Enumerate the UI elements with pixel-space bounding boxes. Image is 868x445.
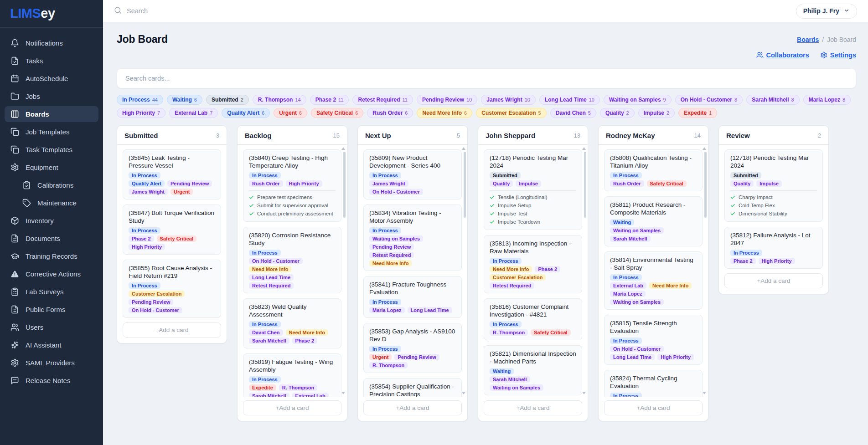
kanban-card[interactable]: (35834) Vibration Testing - Motor Assemb… bbox=[363, 205, 462, 271]
card-status-tag: In Process bbox=[490, 258, 522, 264]
sidebar-item-boards[interactable]: Boards bbox=[5, 106, 98, 122]
kanban-card[interactable]: (35815) Tensile Strength EvaluationIn Pr… bbox=[604, 315, 703, 365]
sidebar-item-release-notes[interactable]: Release Notes bbox=[5, 373, 98, 389]
kanban-card[interactable]: (35854) Supplier Qualification - Precisi… bbox=[363, 378, 462, 397]
filter-chip-high-priority[interactable]: High Priority7 bbox=[117, 108, 165, 118]
add-card-button[interactable]: +Add a card bbox=[243, 400, 341, 415]
scrollbar-thumb[interactable] bbox=[704, 152, 707, 218]
scroll-down-arrow-icon[interactable] bbox=[703, 392, 706, 394]
sidebar-item-jobs[interactable]: Jobs bbox=[5, 88, 98, 104]
scroll-down-arrow-icon[interactable] bbox=[582, 392, 586, 394]
kanban-card[interactable]: (35823) Weld Quality AssessmentIn Proces… bbox=[243, 298, 341, 348]
scroll-up-arrow-icon[interactable] bbox=[341, 147, 345, 150]
scroll-up-arrow-icon[interactable] bbox=[582, 147, 586, 150]
filter-chip-phase-2[interactable]: Phase 211 bbox=[310, 95, 349, 105]
filter-chip-impulse[interactable]: Impulse2 bbox=[638, 108, 675, 118]
filter-chip-waiting-on-samples[interactable]: Waiting on Samples9 bbox=[604, 95, 672, 105]
sidebar-item-users[interactable]: Users bbox=[5, 319, 98, 335]
kanban-card[interactable]: (12718) Periodic Testing Mar 2024Submitt… bbox=[484, 149, 582, 230]
card-tag-customer-escalation: Customer Escalation bbox=[129, 291, 185, 297]
sidebar-item-job-templates[interactable]: Job Templates bbox=[5, 124, 98, 140]
scroll-up-arrow-icon[interactable] bbox=[703, 147, 706, 150]
filter-chip-quality-alert[interactable]: Quality Alert6 bbox=[222, 108, 270, 118]
gear-icon bbox=[820, 51, 827, 59]
filter-chip-quality[interactable]: Quality2 bbox=[600, 108, 635, 118]
kanban-card[interactable]: (35808) Qualification Testing - Titanium… bbox=[604, 149, 703, 191]
filter-chip-safety-critical[interactable]: Safety Critical6 bbox=[311, 108, 363, 118]
filter-chip-in-process[interactable]: In Process44 bbox=[117, 95, 163, 105]
filter-chip-waiting[interactable]: Waiting6 bbox=[167, 95, 202, 105]
card-tag-external-lab: External Lab bbox=[292, 393, 329, 397]
card-search-input[interactable] bbox=[125, 75, 847, 82]
filter-chip-submitted[interactable]: Submitted2 bbox=[206, 95, 249, 105]
action-link-collaborators[interactable]: Collaborators bbox=[756, 51, 809, 59]
kanban-card[interactable]: (12718) Periodic Testing Mar 2024Submitt… bbox=[724, 149, 823, 222]
card-title: (35823) Weld Quality Assessment bbox=[249, 303, 336, 318]
filter-chip-urgent[interactable]: Urgent6 bbox=[274, 108, 307, 118]
kanban-card[interactable]: (35821) Dimensional Inspection - Machine… bbox=[484, 345, 582, 395]
add-card-button[interactable]: +Add a card bbox=[724, 273, 823, 288]
kanban-card[interactable]: (35809) New Product Development - Series… bbox=[363, 149, 462, 199]
sidebar-item-tasks[interactable]: Tasks bbox=[5, 53, 98, 69]
sidebar-item-public-forms[interactable]: Public Forms bbox=[5, 302, 98, 317]
kanban-card[interactable]: (35819) Fatigue Testing - Wing AssemblyI… bbox=[243, 353, 341, 397]
kanban-card[interactable]: (35824) Thermal Cycling EvaluationIn Pro… bbox=[604, 370, 703, 397]
scroll-down-arrow-icon[interactable] bbox=[341, 392, 345, 394]
add-card-button[interactable]: +Add a card bbox=[484, 400, 582, 415]
kanban-card[interactable]: (35814) Environmental Testing - Salt Spr… bbox=[604, 251, 703, 310]
breadcrumb-boards-link[interactable]: Boards bbox=[797, 36, 819, 43]
sidebar-item-task-templates[interactable]: Task Templates bbox=[5, 142, 98, 158]
sidebar-item-ai-assistant[interactable]: AI Assistant bbox=[5, 337, 98, 353]
kanban-card[interactable]: (35855) Root Cause Analysis - Field Retu… bbox=[123, 260, 221, 318]
filter-chip-maria-lopez[interactable]: Maria Lopez8 bbox=[803, 95, 851, 105]
sidebar-item-calibrations[interactable]: Calibrations bbox=[16, 177, 98, 193]
sidebar-item-maintenance[interactable]: Maintenance bbox=[16, 195, 98, 211]
filter-chip-r-thompson[interactable]: R. Thompson14 bbox=[253, 95, 306, 105]
scrollbar-thumb[interactable] bbox=[464, 152, 466, 218]
scroll-down-arrow-icon[interactable] bbox=[462, 392, 465, 394]
action-link-settings[interactable]: Settings bbox=[820, 51, 856, 59]
kanban-card[interactable]: (35853) Gap Analysis - AS9100 Rev DIn Pr… bbox=[363, 323, 462, 373]
scrollbar-thumb[interactable] bbox=[584, 152, 586, 218]
sidebar-item-training-records[interactable]: Training Records bbox=[5, 248, 98, 264]
kanban-card[interactable]: (35812) Failure Analysis - Lot 2847In Pr… bbox=[724, 227, 823, 269]
kanban-card[interactable]: (35840) Creep Testing - High Temperature… bbox=[243, 149, 341, 222]
add-card-button[interactable]: +Add a card bbox=[604, 400, 703, 415]
scrollbar-thumb[interactable] bbox=[343, 152, 346, 218]
filter-chip-long-lead-time[interactable]: Long Lead Time10 bbox=[539, 95, 600, 105]
kanban-card[interactable]: (35847) Bolt Torque Verification StudyIn… bbox=[123, 205, 221, 255]
sidebar-item-inventory[interactable]: Inventory bbox=[5, 213, 98, 229]
sidebar-item-lab-surveys[interactable]: Lab Surveys bbox=[5, 284, 98, 300]
filter-chip-expedite[interactable]: Expedite1 bbox=[678, 108, 717, 118]
sidebar-item-documents[interactable]: Documents bbox=[5, 230, 98, 246]
filter-chip-david-chen[interactable]: David Chen5 bbox=[550, 108, 596, 118]
filter-chip-customer-escalation[interactable]: Customer Escalation5 bbox=[476, 108, 547, 118]
app-logo[interactable]: LIMSey bbox=[0, 0, 103, 28]
add-card-button[interactable]: +Add a card bbox=[123, 322, 221, 338]
scroll-up-arrow-icon[interactable] bbox=[462, 147, 465, 150]
user-menu-button[interactable]: Philip J. Fry bbox=[796, 4, 857, 19]
kanban-card[interactable]: (35816) Customer Complaint Investigation… bbox=[484, 298, 582, 340]
card-tag-long-lead-time: Long Lead Time bbox=[610, 354, 655, 360]
sidebar-item-corrective-actions[interactable]: Corrective Actions bbox=[5, 266, 98, 282]
sidebar-item-equipment[interactable]: Equipment bbox=[5, 159, 98, 175]
sidebar-item-saml-providers[interactable]: SAML Providers bbox=[5, 355, 98, 371]
kanban-card[interactable]: (35841) Fracture Toughness EvaluationIn … bbox=[363, 276, 462, 318]
sidebar-item-autoschedule[interactable]: AutoSchedule bbox=[5, 71, 98, 87]
kanban-card[interactable]: (35811) Product Research - Composite Mat… bbox=[604, 196, 703, 246]
sidebar-item-notifications[interactable]: Notifications bbox=[5, 35, 98, 51]
global-search-input[interactable] bbox=[127, 7, 318, 15]
kanban-card[interactable]: (35813) Incoming Inspection - Raw Materi… bbox=[484, 235, 582, 293]
column-count: 5 bbox=[457, 132, 460, 139]
kanban-card[interactable]: (35845) Leak Testing - Pressure VesselIn… bbox=[123, 149, 221, 199]
filter-chip-retest-required[interactable]: Retest Required11 bbox=[352, 95, 413, 105]
filter-chip-external-lab[interactable]: External Lab7 bbox=[169, 108, 218, 118]
filter-chip-rush-order[interactable]: Rush Order6 bbox=[367, 108, 413, 118]
filter-chip-pending-review[interactable]: Pending Review10 bbox=[417, 95, 477, 105]
filter-chip-sarah-mitchell[interactable]: Sarah Mitchell8 bbox=[746, 95, 799, 105]
filter-chip-james-wright[interactable]: James Wright10 bbox=[481, 95, 536, 105]
filter-chip-on-hold-customer[interactable]: On Hold - Customer8 bbox=[675, 95, 743, 105]
kanban-card[interactable]: (35820) Corrosion Resistance StudyIn Pro… bbox=[243, 227, 341, 293]
filter-chip-need-more-info[interactable]: Need More Info6 bbox=[417, 108, 472, 118]
add-card-button[interactable]: +Add a card bbox=[363, 400, 462, 415]
